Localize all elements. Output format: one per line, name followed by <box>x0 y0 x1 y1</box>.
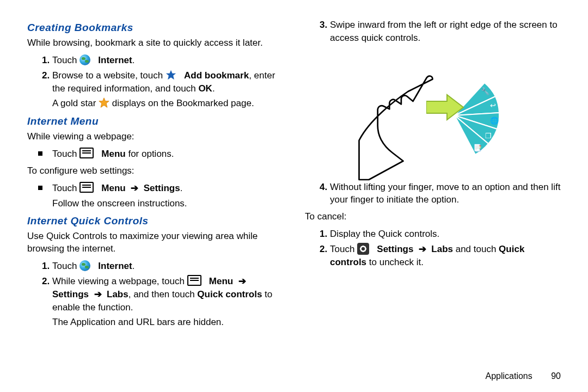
internet-globe-icon <box>79 54 90 65</box>
menu-label: Menu <box>209 276 233 286</box>
settings-label: Settings <box>144 183 180 193</box>
menu-line1: While viewing a webpage: <box>27 131 283 143</box>
star-blue-icon <box>166 70 176 81</box>
heading-internet-menu: Internet Menu <box>27 115 283 127</box>
text: for options. <box>126 149 174 159</box>
menu-icon <box>79 148 94 158</box>
text: Browse to a website, touch <box>52 70 166 81</box>
menu-icon <box>79 182 94 193</box>
cancel-step-1: Display the Quick controls. <box>330 228 561 241</box>
cancel-step-2: Touch Settings ➔ Labs and touch Quick co… <box>330 243 561 269</box>
arrow-icon: ➔ <box>94 289 102 299</box>
settings-label: Settings <box>377 244 413 254</box>
labs-label: Labs <box>431 244 453 254</box>
qc-steps-left: Touch Internet. While viewing a webpage,… <box>27 260 283 329</box>
svg-text:🔧: 🔧 <box>481 87 490 96</box>
bookmarks-intro: While browsing, bookmark a site to quick… <box>27 37 283 50</box>
arrow-icon: ➔ <box>419 244 426 254</box>
ok-label: OK <box>198 83 212 94</box>
internet-label: Internet <box>98 55 132 65</box>
heading-creating-bookmarks: Creating Bookmarks <box>27 22 283 34</box>
text: Touch <box>52 183 79 193</box>
text: and touch <box>453 244 499 254</box>
svg-text:🌐: 🌐 <box>490 116 499 125</box>
footer-section: Applications <box>485 371 532 381</box>
settings-label: Settings <box>52 289 89 299</box>
qc-intro: Use Quick Controls to maximize your view… <box>27 230 283 255</box>
star-gold-icon <box>99 97 109 108</box>
text: , and then touch <box>128 289 198 299</box>
qc-steps-right-2: Without lifting your finger, move to an … <box>305 181 561 207</box>
text: . <box>132 261 135 271</box>
arrow-icon: ➔ <box>131 183 138 193</box>
page-number: 90 <box>551 371 561 381</box>
arrow-icon: ➔ <box>238 276 246 286</box>
text: . <box>212 83 215 94</box>
text: to uncheck it. <box>366 257 424 267</box>
qc-step-3: Swipe inward from the left or right edge… <box>330 19 561 45</box>
text: Touch <box>52 261 79 271</box>
text: A gold star <box>52 98 99 108</box>
qc-step-2: While viewing a webpage, touch Menu ➔ Se… <box>52 275 283 329</box>
qc-step-4: Without lifting your finger, move to an … <box>330 181 561 207</box>
right-column: Swipe inward from the left or right edge… <box>294 16 561 381</box>
menu-bullet-options: Touch Menu for options. <box>52 148 283 161</box>
menu-label: Menu <box>101 183 125 193</box>
quick-controls-illustration: 🔧 ↩ 🌐 ❐ 📑 <box>351 50 514 175</box>
svg-text:↩: ↩ <box>490 101 496 109</box>
bookmarks-step-1: Touch Internet. <box>52 54 283 67</box>
gear-icon <box>357 243 369 255</box>
menu-icon <box>187 275 201 286</box>
menu-bullets-2: Touch Menu ➔ Settings. Follow the onscre… <box>27 182 283 210</box>
text: While viewing a webpage, touch <box>52 276 187 286</box>
svg-text:📑: 📑 <box>473 143 482 152</box>
menu-bullet-settings: Touch Menu ➔ Settings. Follow the onscre… <box>52 182 283 210</box>
cancel-label: To cancel: <box>305 211 561 223</box>
page-footer: Applications 90 <box>485 371 561 381</box>
menu-bullets-1: Touch Menu for options. <box>27 148 283 161</box>
pointing-hand-icon <box>357 72 444 181</box>
internet-label: Internet <box>98 261 132 271</box>
qc-steps-right: Swipe inward from the left or right edge… <box>305 19 561 45</box>
bookmarks-step-2: Browse to a website, touch Add bookmark,… <box>52 69 283 110</box>
qc-step-1: Touch Internet. <box>52 260 283 273</box>
follow-instructions: Follow the onscreen instructions. <box>52 197 283 210</box>
quick-controls-label: Quick controls <box>197 289 262 299</box>
labs-label: Labs <box>107 289 128 299</box>
manual-page: Creating Bookmarks While browsing, bookm… <box>0 0 588 392</box>
text: . <box>132 55 135 65</box>
text: displays on the Bookmarked page. <box>112 98 254 108</box>
left-column: Creating Bookmarks While browsing, bookm… <box>27 16 294 381</box>
cancel-steps: Display the Quick controls. Touch Settin… <box>305 228 561 268</box>
text: Touch <box>52 55 79 65</box>
heading-quick-controls: Internet Quick Controls <box>27 215 283 227</box>
bookmarks-step-2-note: A gold star displays on the Bookmarked p… <box>52 97 283 110</box>
qc-step-2-note: The Application and URL bars are hidden. <box>52 316 283 329</box>
svg-marker-1 <box>99 98 109 108</box>
bookmarks-steps: Touch Internet. Browse to a website, tou… <box>27 54 283 110</box>
menu-label: Menu <box>101 149 125 159</box>
internet-globe-icon <box>79 260 90 271</box>
svg-text:❐: ❐ <box>485 132 492 140</box>
text: Touch <box>330 244 357 254</box>
svg-marker-0 <box>166 70 176 80</box>
text: Touch <box>52 149 79 159</box>
menu-line2: To configure web settings: <box>27 165 283 177</box>
add-bookmark-label: Add bookmark <box>184 70 249 81</box>
text: . <box>180 183 183 193</box>
